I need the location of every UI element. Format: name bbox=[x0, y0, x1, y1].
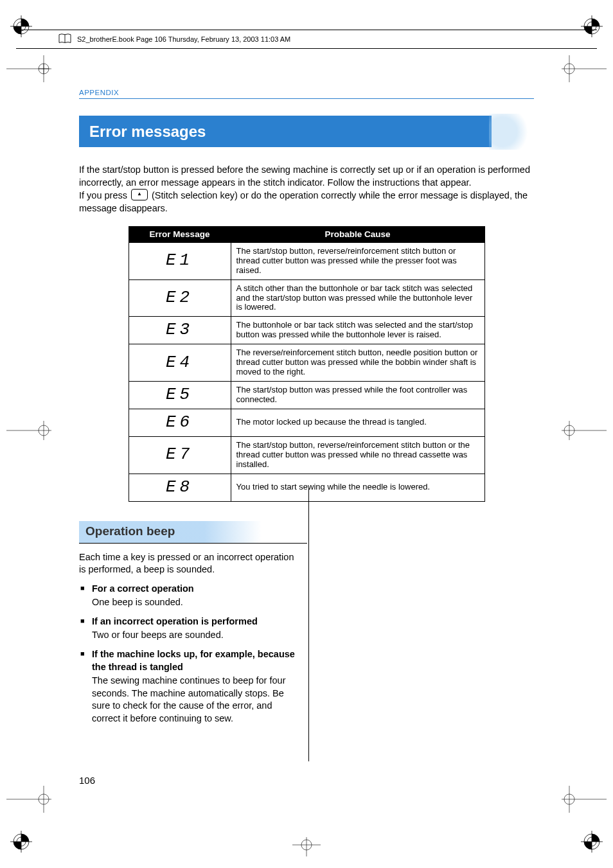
table-row: E3The buttonhole or bar tack stitch was … bbox=[129, 317, 484, 344]
crosshair-icon bbox=[292, 837, 321, 856]
list-item-desc: One beep is sounded. bbox=[92, 596, 301, 609]
framemaker-header-text: S2_brotherE.book Page 106 Thursday, Febr… bbox=[77, 35, 290, 43]
stitch-key-icon bbox=[131, 189, 148, 200]
list-item: If an incorrect operation is performedTw… bbox=[79, 616, 301, 642]
list-item-heading: For a correct operation bbox=[92, 583, 301, 596]
divider bbox=[79, 98, 534, 99]
subsection-intro: Each time a key is pressed or an incorre… bbox=[79, 551, 301, 576]
intro-paragraph-1: If the start/stop button is pressed befo… bbox=[79, 164, 534, 189]
framemaker-header: S2_brotherE.book Page 106 Thursday, Febr… bbox=[16, 30, 597, 49]
crosshair-icon bbox=[562, 55, 607, 82]
error-code-cell: E1 bbox=[129, 242, 231, 279]
section-title: Error messages bbox=[89, 123, 206, 140]
error-cause-cell: The buttonhole or bar tack stitch was se… bbox=[231, 317, 484, 344]
error-cause-cell: A stitch other than the buttonhole or ba… bbox=[231, 279, 484, 317]
crosshair-icon bbox=[6, 786, 51, 813]
page-number: 106 bbox=[79, 775, 95, 786]
section-title-bar: Error messages bbox=[79, 116, 492, 147]
table-row: E5The start/stop button was pressed whil… bbox=[129, 382, 484, 409]
table-row: E4The reverse/reinforcement stitch butto… bbox=[129, 344, 484, 382]
table-header-code: Error Message bbox=[129, 227, 231, 243]
registration-mark-icon bbox=[10, 831, 32, 853]
list-item: For a correct operationOne beep is sound… bbox=[79, 583, 301, 609]
list-item-desc: Two or four beeps are sounded. bbox=[92, 629, 301, 642]
error-code-cell: E6 bbox=[129, 409, 231, 436]
list-item: If the machine locks up, for example, be… bbox=[79, 648, 301, 725]
book-icon bbox=[58, 33, 72, 45]
table-row: E8You tried to start sewing while the ne… bbox=[129, 474, 484, 501]
error-cause-cell: The reverse/reinforcement stitch button,… bbox=[231, 344, 484, 382]
list-item-heading: If the machine locks up, for example, be… bbox=[92, 648, 301, 673]
error-cause-cell: The start/stop button, reverse/reinforce… bbox=[231, 242, 484, 279]
table-row: E7The start/stop button, reverse/reinfor… bbox=[129, 436, 484, 474]
subsection-title: Operation beep bbox=[79, 521, 307, 544]
error-code-cell: E5 bbox=[129, 382, 231, 409]
error-cause-cell: You tried to start sewing while the need… bbox=[231, 474, 484, 501]
table-row: E6The motor locked up because the thread… bbox=[129, 409, 484, 436]
error-code-cell: E7 bbox=[129, 436, 231, 474]
intro-text: If the start/stop button is pressed befo… bbox=[79, 164, 534, 215]
appendix-label: APPENDIX bbox=[79, 89, 534, 96]
list-item-heading: If an incorrect operation is performed bbox=[92, 616, 301, 628]
error-messages-table: Error Message Probable Cause E1The start… bbox=[129, 226, 485, 501]
error-cause-cell: The start/stop button was pressed while … bbox=[231, 382, 484, 409]
error-cause-cell: The start/stop button, reverse/reinforce… bbox=[231, 436, 484, 474]
column-divider bbox=[308, 488, 309, 761]
list-item-desc: The sewing machine continues to beep for… bbox=[92, 675, 301, 725]
intro-paragraph-2: If you press (Stitch selection key) or d… bbox=[79, 189, 534, 215]
crosshair-icon bbox=[562, 786, 607, 813]
table-header-cause: Probable Cause bbox=[231, 227, 484, 243]
crosshair-icon bbox=[562, 421, 607, 440]
crosshair-icon bbox=[6, 55, 51, 82]
error-code-cell: E4 bbox=[129, 344, 231, 382]
error-code-cell: E3 bbox=[129, 317, 231, 344]
section-tab-icon bbox=[493, 112, 538, 152]
error-cause-cell: The motor locked up because the thread i… bbox=[231, 409, 484, 436]
table-row: E2A stitch other than the buttonhole or … bbox=[129, 279, 484, 317]
crosshair-icon bbox=[6, 421, 51, 440]
registration-mark-icon bbox=[581, 831, 603, 853]
error-code-cell: E8 bbox=[129, 474, 231, 501]
table-row: E1The start/stop button, reverse/reinfor… bbox=[129, 242, 484, 279]
error-code-cell: E2 bbox=[129, 279, 231, 317]
